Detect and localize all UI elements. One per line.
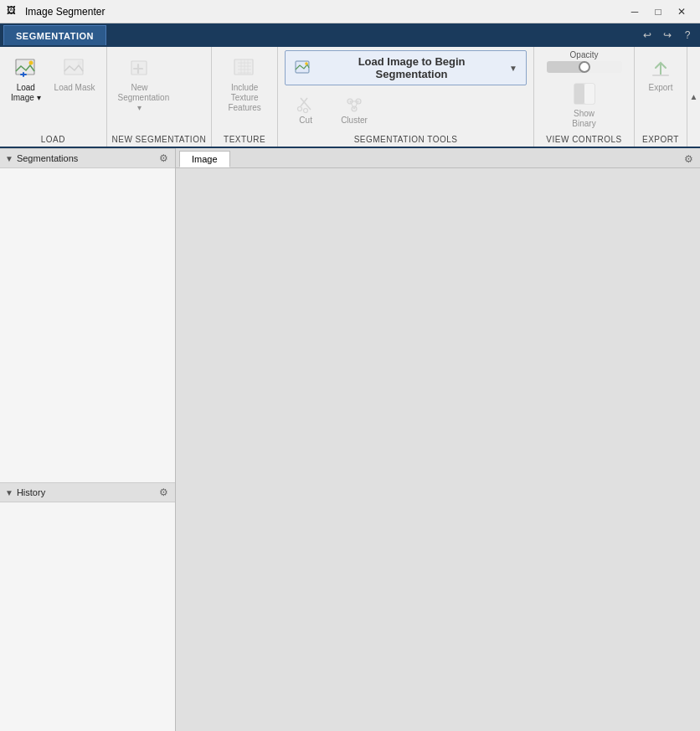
load-group-content: LoadImage ▾ Load Mask bbox=[5, 50, 101, 133]
segmentation-tab[interactable]: SEGMENTATION bbox=[3, 25, 106, 45]
tab-controls: ↩ ↪ ? bbox=[638, 26, 697, 44]
new-segmentation-button[interactable]: NewSegmentation ▾ bbox=[112, 50, 167, 117]
export-group-label: EXPORT bbox=[641, 133, 680, 147]
svg-rect-26 bbox=[652, 75, 669, 76]
load-group: LoadImage ▾ Load Mask LOAD bbox=[0, 47, 107, 147]
ribbon-collapse-button[interactable]: ▲ bbox=[687, 47, 700, 147]
dropdown-arrow: ▼ bbox=[509, 64, 517, 73]
texture-icon bbox=[231, 54, 258, 81]
opacity-slider[interactable] bbox=[547, 61, 622, 73]
history-gear-icon[interactable]: ⚙ bbox=[157, 486, 170, 499]
load-group-label: LOAD bbox=[5, 133, 101, 147]
load-image-begin-icon bbox=[294, 58, 314, 78]
help-button[interactable]: ? bbox=[678, 26, 697, 44]
segmentations-gear-icon[interactable]: ⚙ bbox=[157, 152, 170, 165]
include-texture-button[interactable]: Include TextureFeatures bbox=[217, 50, 272, 117]
seg-tools-group: Load Image to Begin Segmentation ▼ bbox=[278, 47, 534, 147]
segmentations-collapse-arrow: ▼ bbox=[5, 154, 13, 163]
segmentations-title: Segmentations bbox=[17, 153, 157, 163]
svg-rect-5 bbox=[234, 59, 253, 75]
load-mask-label: Load Mask bbox=[54, 83, 95, 93]
tab-bar: SEGMENTATION ↩ ↪ ? bbox=[0, 23, 700, 47]
load-image-icon bbox=[13, 54, 39, 81]
image-tab[interactable]: Image bbox=[179, 151, 230, 167]
svg-rect-25 bbox=[584, 84, 594, 104]
view-controls-group: Opacity Show Binary VIEW CONTROLS bbox=[534, 47, 635, 147]
opacity-label: Opacity bbox=[570, 50, 599, 59]
title-bar: 🖼 Image Segmenter ─ □ ✕ bbox=[0, 0, 700, 23]
seg-tools-label: SEGMENTATION TOOLS bbox=[285, 133, 527, 147]
view-controls-content: Opacity Show Binary bbox=[541, 50, 627, 133]
ribbon: LoadImage ▾ Load Mask LOAD bbox=[0, 47, 700, 148]
cut-label: Cut bbox=[299, 116, 312, 125]
cut-icon bbox=[296, 95, 316, 115]
main-area: Image ⚙ bbox=[176, 148, 700, 731]
app-title: Image Segmenter bbox=[25, 6, 623, 18]
texture-content: Include TextureFeatures bbox=[217, 50, 272, 133]
image-tab-bar: Image ⚙ bbox=[176, 148, 700, 168]
segmentations-header[interactable]: ▼ Segmentations ⚙ bbox=[0, 148, 175, 168]
load-image-begin-button[interactable]: Load Image to Begin Segmentation ▼ bbox=[285, 50, 527, 85]
svg-rect-24 bbox=[574, 84, 584, 104]
cluster-button[interactable]: Cluster bbox=[330, 92, 378, 127]
seg-sub-buttons: Cut Clus bbox=[285, 92, 527, 127]
export-content: Export bbox=[641, 50, 680, 133]
export-icon bbox=[647, 54, 674, 81]
main-layout: ▼ Segmentations ⚙ ▼ History ⚙ Image ⚙ bbox=[0, 148, 700, 731]
opacity-row: Opacity bbox=[541, 50, 627, 73]
view-btns-row: Show Binary bbox=[557, 76, 612, 133]
load-image-begin-label: Load Image to Begin Segmentation bbox=[321, 55, 502, 80]
load-image-button[interactable]: LoadImage ▾ bbox=[5, 50, 47, 107]
texture-group: Include TextureFeatures TEXTURE bbox=[212, 47, 278, 147]
view-controls-label: VIEW CONTROLS bbox=[541, 133, 627, 147]
svg-point-3 bbox=[78, 61, 82, 65]
image-canvas bbox=[176, 168, 700, 731]
svg-point-15 bbox=[298, 107, 302, 111]
seg-tools-content: Load Image to Begin Segmentation ▼ bbox=[285, 50, 527, 133]
image-area-gear-icon[interactable]: ⚙ bbox=[680, 151, 697, 167]
history-section: ▼ History ⚙ bbox=[0, 482, 175, 731]
left-panel: ▼ Segmentations ⚙ ▼ History ⚙ bbox=[0, 148, 176, 731]
app-icon: 🖼 bbox=[7, 5, 20, 18]
segmentations-content bbox=[0, 168, 175, 482]
minimize-button[interactable]: ─ bbox=[623, 0, 646, 23]
close-button[interactable]: ✕ bbox=[670, 0, 693, 23]
undo-button[interactable]: ↩ bbox=[638, 26, 656, 44]
svg-point-14 bbox=[305, 62, 308, 65]
export-button[interactable]: Export bbox=[641, 50, 680, 97]
show-binary-icon bbox=[571, 80, 598, 107]
history-header[interactable]: ▼ History ⚙ bbox=[0, 482, 175, 502]
maximize-button[interactable]: □ bbox=[646, 0, 670, 23]
window-controls: ─ □ ✕ bbox=[623, 0, 693, 23]
export-label: Export bbox=[649, 83, 673, 93]
svg-point-1 bbox=[28, 61, 33, 65]
new-seg-icon bbox=[126, 54, 153, 81]
load-mask-button[interactable]: Load Mask bbox=[49, 50, 101, 97]
history-collapse-arrow: ▼ bbox=[5, 488, 13, 497]
load-mask-icon bbox=[61, 54, 88, 81]
export-group: Export EXPORT bbox=[635, 47, 687, 147]
svg-point-16 bbox=[304, 109, 308, 113]
show-binary-label: Show Binary bbox=[563, 109, 606, 129]
show-binary-button[interactable]: Show Binary bbox=[557, 76, 612, 133]
cluster-label: Cluster bbox=[341, 116, 368, 125]
cluster-icon bbox=[344, 95, 364, 115]
new-seg-group: NewSegmentation ▾ NEW SEGMENTATION bbox=[107, 47, 213, 147]
history-content bbox=[0, 502, 175, 731]
texture-group-label: TEXTURE bbox=[217, 133, 272, 147]
load-image-label: LoadImage ▾ bbox=[11, 83, 41, 103]
new-seg-group-label: NEW SEGMENTATION bbox=[112, 133, 207, 147]
redo-button[interactable]: ↪ bbox=[658, 26, 677, 44]
texture-label: Include TextureFeatures bbox=[223, 83, 266, 113]
history-title: History bbox=[17, 487, 157, 497]
new-seg-content: NewSegmentation ▾ bbox=[112, 50, 207, 133]
new-seg-label: NewSegmentation ▾ bbox=[118, 83, 162, 113]
segmentations-section: ▼ Segmentations ⚙ bbox=[0, 148, 175, 482]
cut-button[interactable]: Cut bbox=[285, 92, 327, 127]
